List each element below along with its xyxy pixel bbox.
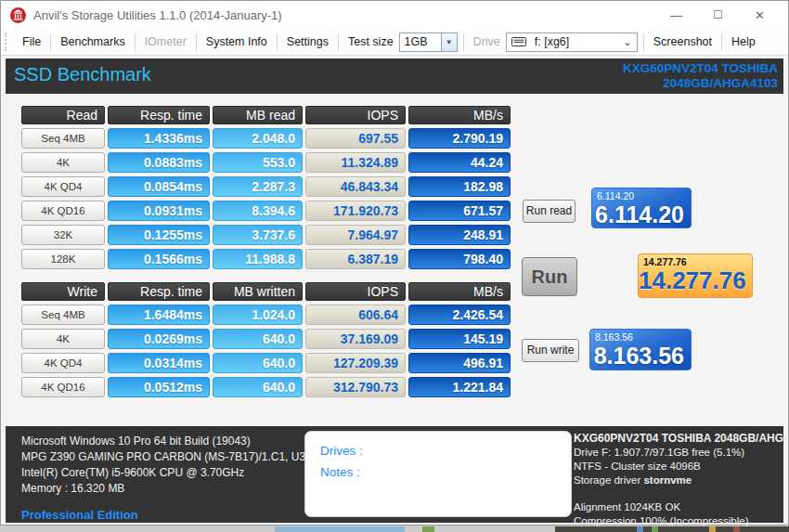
dropdown-arrow-icon[interactable]: ▼	[441, 33, 457, 51]
alignment-line: Alignment 1024KB OK	[574, 500, 787, 514]
taskbar-segment	[555, 526, 789, 532]
write-row-label[interactable]: 4K QD4	[21, 353, 105, 373]
taskbar-sliver	[0, 526, 789, 532]
read-row-label[interactable]: 4K QD16	[21, 201, 105, 221]
read-row-label[interactable]: 128K	[21, 249, 105, 269]
read-iops-cell: 7.964.97	[305, 225, 406, 245]
anvil-storage-utilities-app: Anvil's Storage Utilities 1.1.0 (2014-Ja…	[0, 0, 789, 532]
menu-separator	[338, 33, 339, 51]
device-line2: 2048GB/AHGA4103	[623, 76, 778, 91]
write-mbs-cell: 145.19	[408, 329, 511, 349]
write-row-label[interactable]: 4K QD16	[21, 377, 105, 397]
read-mbs-cell: 671.57	[408, 201, 511, 221]
read-score-box: 6.114.20 6.114.20	[591, 188, 692, 228]
write-mb-cell: 640.0	[213, 353, 303, 373]
write-header-col: Write	[21, 282, 105, 301]
read-resp-cell: 1.4336ms	[108, 128, 210, 149]
menu-help[interactable]: Help	[723, 29, 764, 55]
read-mb-cell: 2.048.0	[213, 128, 303, 149]
drives-label: Drives :	[320, 440, 571, 461]
menu-separator	[135, 33, 136, 51]
motherboard-line: MPG Z390 GAMING PRO CARBON (MS-7B17)/1.C…	[21, 449, 319, 465]
write-row-label[interactable]: Seq 4MB	[21, 305, 105, 325]
read-mbs-cell: 248.91	[408, 225, 511, 245]
write-mb-cell: 640.0	[213, 377, 303, 397]
menu-benchmarks[interactable]: Benchmarks	[52, 29, 133, 55]
taskbar-segment	[637, 526, 643, 532]
read-resp-cell: 0.1255ms	[108, 225, 210, 245]
page-title: SSD Benchmark	[14, 64, 151, 85]
device-line1: KXG60PNV2T04 TOSHIBA	[623, 61, 778, 76]
test-size-select[interactable]: 1GB ▼	[399, 32, 458, 52]
drive-info-block: KXG60PNV2T04 TOSHIBA 2048GB/AHGA4103 Dri…	[574, 432, 787, 528]
read-mb-cell: 553.0	[213, 152, 303, 173]
write-mbs-cell: 2.426.54	[408, 305, 511, 325]
write-mbs-cell: 1.221.84	[408, 377, 511, 397]
system-info-block: Microsoft Windows 10 Pro 64 bit Build (1…	[21, 434, 319, 523]
minimize-button[interactable]: —	[655, 1, 697, 29]
menu-separator	[277, 33, 278, 51]
read-mbs-cell: 44.24	[408, 152, 511, 173]
write-table: Write Resp. time MB written IOPS MB/s Se…	[21, 282, 511, 397]
write-resp-cell: 1.6484ms	[108, 305, 210, 325]
read-row-label[interactable]: 4K QD4	[21, 176, 105, 197]
read-resp-cell: 0.0854ms	[108, 176, 210, 197]
close-button[interactable]: ✕	[739, 1, 781, 29]
iops-header: IOPS	[305, 106, 406, 124]
menu-settings[interactable]: Settings	[278, 29, 337, 55]
menu-separator	[463, 33, 464, 51]
run-button[interactable]: Run	[522, 257, 577, 296]
menu-system-info[interactable]: System Info	[198, 29, 276, 55]
run-read-button[interactable]: Run read	[523, 200, 576, 223]
menu-file[interactable]: File	[14, 29, 49, 55]
write-score-box: 8.163.56 8.163.56	[589, 329, 692, 370]
menu-screenshot[interactable]: Screenshot	[645, 29, 720, 55]
drive-device-title: KXG60PNV2T04 TOSHIBA 2048GB/AHGA4103	[574, 432, 787, 446]
read-mbs-cell: 182.98	[408, 176, 511, 197]
maximize-button[interactable]: ☐	[697, 1, 739, 29]
chevron-down-icon[interactable]: ⌄	[618, 36, 637, 48]
window-title: Anvil's Storage Utilities 1.1.0 (2014-Ja…	[33, 8, 282, 22]
read-row-label[interactable]: 32K	[21, 225, 105, 245]
app-window: Anvil's Storage Utilities 1.1.0 (2014-Ja…	[0, 0, 789, 526]
os-line: Microsoft Windows 10 Pro 64 bit Build (1…	[21, 434, 319, 449]
iops-header: IOPS	[305, 282, 406, 301]
menu-separator	[643, 33, 644, 51]
read-row-label[interactable]: 4K	[21, 152, 105, 173]
device-name: KXG60PNV2T04 TOSHIBA 2048GB/AHGA4103	[623, 61, 778, 91]
read-iops-cell: 11.324.89	[305, 152, 406, 173]
storage-driver-line: Storage driver stornvme	[574, 474, 787, 487]
taskbar-segment	[652, 526, 658, 532]
read-score-large: 6.114.20	[592, 202, 691, 227]
title-bar: Anvil's Storage Utilities 1.1.0 (2014-Ja…	[1, 1, 788, 29]
drive-label: Drive	[465, 35, 506, 48]
read-mbs-cell: 798.40	[408, 249, 511, 269]
read-iops-cell: 697.55	[305, 128, 406, 149]
read-mb-cell: 3.737.6	[213, 225, 303, 245]
total-score-box: 14.277.76 14.277.76	[638, 253, 753, 298]
read-row-label[interactable]: Seq 4MB	[21, 128, 105, 149]
write-iops-cell: 312.790.73	[305, 377, 406, 397]
write-resp-cell: 0.0314ms	[108, 353, 210, 373]
memory-line: Memory : 16.320 MB	[21, 481, 319, 497]
toolbar-grip	[5, 32, 10, 51]
mb-written-header: MB written	[213, 282, 303, 301]
read-resp-cell: 0.0931ms	[108, 201, 210, 221]
taskbar-segment	[422, 526, 434, 532]
write-score-large: 8.163.56	[590, 344, 691, 368]
read-mb-cell: 11.988.8	[213, 249, 303, 269]
read-header-col: Read	[21, 106, 105, 124]
drives-notes-box[interactable]: Drives : Notes :	[304, 431, 572, 517]
write-mb-cell: 1.024.0	[213, 305, 303, 325]
write-score-small: 8.163.56	[590, 330, 691, 344]
drive-select[interactable]: f: [xg6] ⌄	[506, 32, 638, 52]
menu-bar: File Benchmarks IOmeter System Info Sett…	[1, 29, 788, 56]
spacer	[574, 487, 787, 500]
run-write-button[interactable]: Run write	[522, 339, 579, 362]
read-resp-cell: 0.1566ms	[108, 249, 210, 269]
resp-time-header: Resp. time	[108, 282, 210, 301]
write-row-label[interactable]: 4K	[21, 329, 105, 349]
cpu-line: Intel(R) Core(TM) i5-9600K CPU @ 3.70GHz	[21, 465, 319, 481]
drive-value: f: [xg6]	[530, 35, 618, 48]
total-score-large: 14.277.76	[639, 268, 752, 292]
